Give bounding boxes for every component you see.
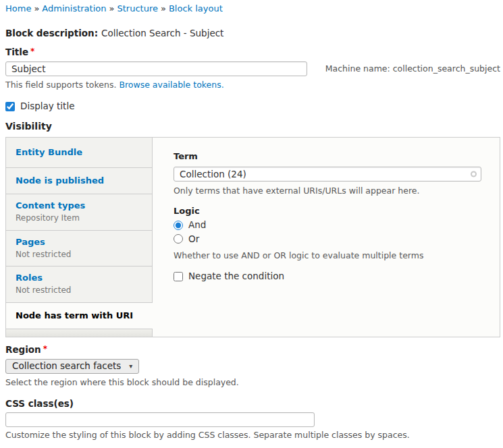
- logic-and-radio[interactable]: [174, 221, 183, 230]
- required-asterisk: *: [30, 47, 34, 56]
- title-label: Title*: [5, 47, 500, 59]
- visibility-vertical-tabs: Entity Bundle Node is published Content …: [5, 137, 500, 337]
- negate-condition-label: Negate the condition: [188, 271, 284, 283]
- term-description: Only terms that have external URIs/URLs …: [174, 186, 483, 196]
- block-configure-page: Home»Administration»Structure»Block layo…: [0, 0, 503, 448]
- block-description-label: Block description:: [5, 28, 98, 38]
- region-description: Select the region where this block shoul…: [5, 377, 500, 388]
- display-title-label: Display title: [20, 101, 74, 113]
- tab-roles-summary: Not restricted: [16, 285, 142, 296]
- title-label-text: Title: [5, 47, 28, 57]
- term-autocomplete-input[interactable]: [174, 167, 481, 181]
- logic-or-row: Or: [174, 233, 483, 246]
- css-classes-input[interactable]: [5, 412, 315, 427]
- breadcrumb-separator: »: [34, 3, 39, 13]
- tab-content-types-summary: Repository Item: [16, 213, 142, 224]
- display-title-checkbox[interactable]: [5, 102, 15, 111]
- node-has-term-with-uri-pane: Term Only terms that have external URIs/…: [153, 138, 500, 337]
- logic-and-row: And: [174, 219, 483, 231]
- tab-content-types-label: Content types: [16, 200, 142, 212]
- breadcrumb-link-block-layout[interactable]: Block layout: [169, 3, 223, 13]
- title-row: Machine name: collection_search_subject: [5, 61, 500, 76]
- region-label-text: Region: [5, 344, 41, 355]
- title-description: This field supports tokens. Browse avail…: [5, 80, 500, 90]
- tab-content-types[interactable]: Content types Repository Item: [6, 194, 153, 231]
- term-label: Term: [174, 151, 483, 163]
- logic-label: Logic: [174, 206, 483, 217]
- tab-node-is-published-label: Node is published: [16, 175, 142, 187]
- css-classes-description: Customize the styling of this block by a…: [5, 430, 500, 441]
- tab-pages[interactable]: Pages Not restricted: [6, 231, 153, 267]
- tab-pages-label: Pages: [16, 237, 142, 248]
- breadcrumb: Home»Administration»Structure»Block layo…: [5, 3, 500, 15]
- required-asterisk: *: [43, 344, 47, 354]
- visibility-tabs-menu: Entity Bundle Node is published Content …: [6, 138, 153, 337]
- browse-tokens-link[interactable]: Browse available tokens.: [119, 80, 223, 90]
- tab-entity-bundle[interactable]: Entity Bundle: [6, 138, 153, 168]
- partial-next-tab[interactable]: [6, 329, 153, 337]
- tab-pages-summary: Not restricted: [16, 250, 142, 260]
- visibility-heading: Visibility: [5, 120, 500, 132]
- chevron-down-icon: ▾: [129, 362, 132, 370]
- logic-or-radio[interactable]: [174, 234, 183, 244]
- tab-roles-label: Roles: [16, 273, 142, 284]
- tab-node-has-term-with-uri[interactable]: Node has term with URI: [6, 303, 153, 329]
- tokens-support-text: This field supports tokens.: [5, 80, 116, 90]
- tab-node-is-published[interactable]: Node is published: [6, 168, 153, 194]
- css-classes-label: CSS class(es): [5, 398, 500, 410]
- region-label: Region*: [5, 344, 500, 356]
- block-description: Block description:Collection Search - Su…: [5, 28, 500, 40]
- machine-name-label: Machine name: collection_search_subject: [325, 63, 500, 74]
- region-select[interactable]: Collection search facets ▾: [5, 359, 139, 374]
- breadcrumb-separator: »: [161, 3, 166, 13]
- logic-description: Whether to use AND or OR logic to evalua…: [174, 250, 483, 261]
- tab-node-has-term-with-uri-label: Node has term with URI: [16, 310, 143, 322]
- region-select-value: Collection search facets: [12, 360, 121, 372]
- logic-and-label: And: [188, 219, 206, 231]
- breadcrumb-separator: »: [109, 3, 115, 13]
- logic-or-label: Or: [188, 233, 199, 246]
- autocomplete-throbber-icon: [471, 171, 477, 177]
- negate-condition-checkbox[interactable]: [174, 272, 183, 281]
- tab-entity-bundle-label: Entity Bundle: [16, 147, 142, 159]
- negate-condition-row: Negate the condition: [174, 271, 483, 283]
- tab-roles[interactable]: Roles Not restricted: [6, 267, 153, 303]
- term-input-wrap: [174, 167, 481, 181]
- block-description-value: Collection Search - Subject: [101, 28, 223, 38]
- breadcrumb-link-administration[interactable]: Administration: [42, 3, 106, 13]
- title-input[interactable]: [5, 61, 307, 76]
- breadcrumb-link-structure[interactable]: Structure: [117, 3, 157, 13]
- breadcrumb-link-home[interactable]: Home: [5, 3, 31, 13]
- display-title-row: Display title: [5, 101, 500, 113]
